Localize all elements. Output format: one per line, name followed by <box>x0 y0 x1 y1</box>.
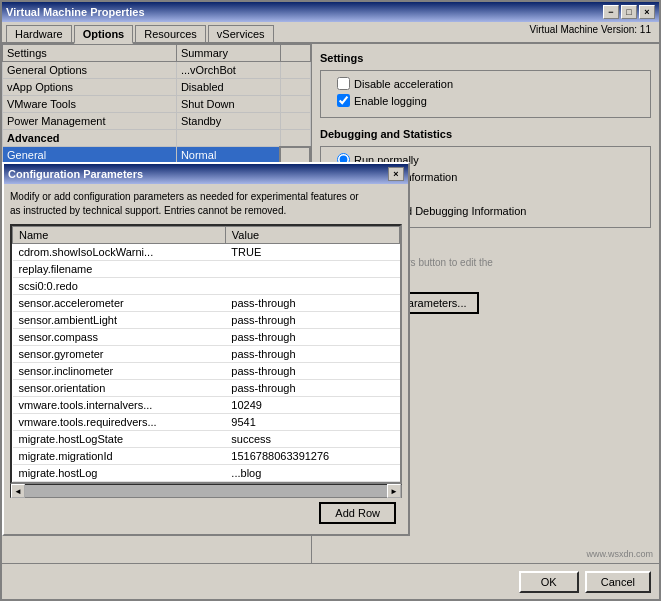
table-row-advanced[interactable]: Advanced <box>3 130 311 147</box>
tab-options[interactable]: Options <box>74 25 134 44</box>
settings-section-label: Settings <box>320 52 651 64</box>
config-row-value: pass-through <box>225 295 399 312</box>
table-row[interactable]: General Options ...vOrchBot <box>3 62 311 79</box>
config-row-value: pass-through <box>225 380 399 397</box>
config-row-name: sensor.accelerometer <box>13 295 226 312</box>
col-summary: Summary <box>176 45 280 62</box>
close-button[interactable]: × <box>639 5 655 19</box>
title-bar-buttons: − □ × <box>603 5 655 19</box>
config-row-value: pass-through <box>225 346 399 363</box>
config-table-container[interactable]: Name Value cdrom.showIsoLockWarni...TRUE… <box>10 224 402 484</box>
config-table-row[interactable]: sensor.inclinometerpass-through <box>13 363 400 380</box>
settings-section-box: Disable acceleration Enable logging <box>320 70 651 118</box>
config-row-name: scsi0:0.redo <box>13 278 226 295</box>
table-row-general[interactable]: General Normal <box>3 147 311 164</box>
config-table-row[interactable]: migrate.migrationId1516788063391276 <box>13 448 400 465</box>
title-bar: Virtual Machine Properties − □ × <box>2 2 659 22</box>
config-table-row[interactable]: vmware.tools.internalvers...10249 <box>13 397 400 414</box>
config-row-value: ...blog <box>225 465 399 482</box>
config-dialog-title-text: Configuration Parameters <box>8 168 388 180</box>
config-table: Name Value cdrom.showIsoLockWarni...TRUE… <box>12 226 400 484</box>
vm-version-label: Virtual Machine Version: 11 <box>529 24 651 35</box>
debug-section-label: Debugging and Statistics <box>320 128 651 140</box>
config-row-value: TRUE <box>225 244 399 261</box>
enable-logging-row: Enable logging <box>327 94 644 107</box>
scroll-right-btn[interactable]: ► <box>387 484 401 498</box>
disable-accel-row: Disable acceleration <box>327 77 644 90</box>
config-dialog-body: Modify or add configuration parameters a… <box>4 184 408 534</box>
config-row-value: 9541 <box>225 414 399 431</box>
config-table-row[interactable]: vmware.tools.requiredvers...9541 <box>13 414 400 431</box>
add-row-button[interactable]: Add Row <box>319 502 396 524</box>
config-row-value: pass-through <box>225 329 399 346</box>
window-title: Virtual Machine Properties <box>6 6 603 18</box>
config-row-value: 1516788063391276 <box>225 448 399 465</box>
horizontal-scrollbar[interactable]: ◄ ► <box>10 484 402 498</box>
tab-vservices[interactable]: vServices <box>208 25 274 42</box>
config-col-name: Name <box>13 227 226 244</box>
scrollbar-track <box>25 485 387 497</box>
config-table-row[interactable]: replay.filename <box>13 261 400 278</box>
config-table-row[interactable]: sensor.orientationpass-through <box>13 380 400 397</box>
cancel-button[interactable]: Cancel <box>585 571 651 593</box>
config-row-name: sensor.inclinometer <box>13 363 226 380</box>
bottom-bar: OK Cancel <box>2 563 659 599</box>
table-row[interactable]: Power Management Standby <box>3 113 311 130</box>
config-row-value <box>225 278 399 295</box>
config-row-name: sensor.ambientLight <box>13 312 226 329</box>
config-row-name: replay.filename <box>13 261 226 278</box>
maximize-button[interactable]: □ <box>621 5 637 19</box>
minimize-button[interactable]: − <box>603 5 619 19</box>
config-row-name: cdrom.showIsoLockWarni... <box>13 244 226 261</box>
config-table-row[interactable]: sensor.compasspass-through <box>13 329 400 346</box>
config-dialog-description: Modify or add configuration parameters a… <box>10 190 402 218</box>
config-row-value: success <box>225 431 399 448</box>
config-row-name: migrate.migrationId <box>13 448 226 465</box>
enable-logging-label: Enable logging <box>354 95 427 107</box>
table-row[interactable]: VMware Tools Shut Down <box>3 96 311 113</box>
enable-logging-checkbox[interactable] <box>337 94 350 107</box>
config-row-name: sensor.compass <box>13 329 226 346</box>
config-row-value <box>225 261 399 278</box>
config-row-name: migrate.hostLogState <box>13 431 226 448</box>
disable-accel-label: Disable acceleration <box>354 78 453 90</box>
config-close-button[interactable]: × <box>388 167 404 181</box>
config-table-row[interactable]: migrate.hostLogStatesuccess <box>13 431 400 448</box>
ok-button[interactable]: OK <box>519 571 579 593</box>
config-table-row[interactable]: cdrom.showIsoLockWarni...TRUE <box>13 244 400 261</box>
config-row-name: vmware.tools.internalvers... <box>13 397 226 414</box>
table-row[interactable]: vApp Options Disabled <box>3 79 311 96</box>
config-row-name: vmware.tools.requiredvers... <box>13 414 226 431</box>
config-dialog-title-bar: Configuration Parameters × <box>4 164 408 184</box>
config-row-name: sensor.orientation <box>13 380 226 397</box>
config-row-name: migrate.hostLog <box>13 465 226 482</box>
config-row-value: pass-through <box>225 363 399 380</box>
col-settings: Settings <box>3 45 177 62</box>
scroll-left-btn[interactable]: ◄ <box>11 484 25 498</box>
main-window: Virtual Machine Properties − □ × Virtual… <box>0 0 661 601</box>
config-col-value: Value <box>225 227 399 244</box>
config-row-value: 10249 <box>225 397 399 414</box>
tab-hardware[interactable]: Hardware <box>6 25 72 42</box>
disable-accel-checkbox[interactable] <box>337 77 350 90</box>
config-table-row[interactable]: migrate.hostLog...blog <box>13 465 400 482</box>
watermark: www.wsxdn.com <box>586 549 653 559</box>
config-dialog-footer: Add Row <box>10 498 402 528</box>
tab-resources[interactable]: Resources <box>135 25 206 42</box>
config-row-value: pass-through <box>225 312 399 329</box>
config-dialog: Configuration Parameters × Modify or add… <box>2 162 410 536</box>
config-row-name: sensor.gyrometer <box>13 346 226 363</box>
config-table-row[interactable]: sensor.gyrometerpass-through <box>13 346 400 363</box>
config-table-row[interactable]: sensor.ambientLightpass-through <box>13 312 400 329</box>
config-table-row[interactable]: scsi0:0.redo <box>13 278 400 295</box>
config-table-row[interactable]: sensor.accelerometerpass-through <box>13 295 400 312</box>
